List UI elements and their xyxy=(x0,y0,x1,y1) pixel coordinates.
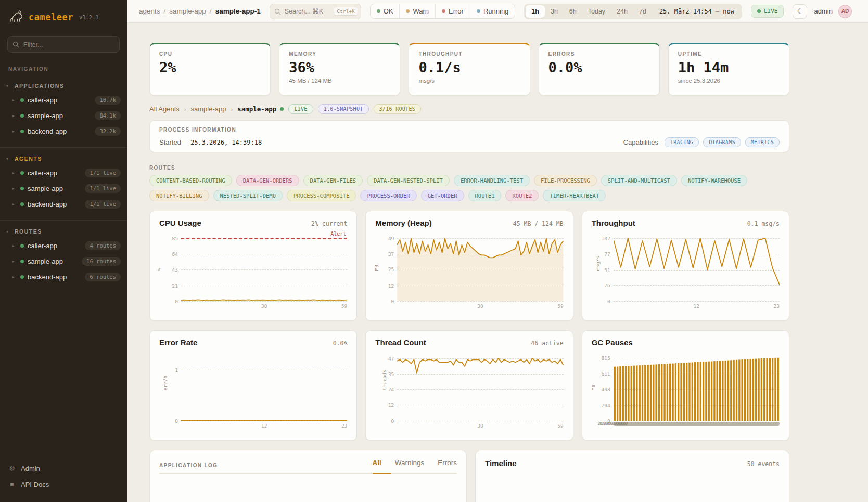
agent-breadcrumb-row: All Agents›sample-app›sample-appLIVE1.0-… xyxy=(149,104,789,114)
stat-value: 1h 14m xyxy=(678,59,780,75)
nav-section-applications: ▾APPLICATIONS▸caller-app10.7k▸sample-app… xyxy=(0,81,127,139)
sidebar: cameleer v3.2.1 NAVIGATION ▾APPLICATIONS… xyxy=(0,0,127,502)
time-range-24h[interactable]: 24h xyxy=(611,5,633,18)
agent-link-all-agents[interactable]: All Agents xyxy=(149,105,180,113)
sidebar-footer-admin[interactable]: ⚙Admin xyxy=(0,460,127,477)
nav-section-header-routes[interactable]: ▾ROUTES xyxy=(0,227,127,238)
gc-scrollbar[interactable] xyxy=(614,422,780,426)
log-tab-errors[interactable]: Errors xyxy=(438,459,457,472)
route-chip-data-gen-files[interactable]: DATA-GEN-FILES xyxy=(303,175,363,186)
timeline-title: Timeline xyxy=(485,459,517,468)
gridline xyxy=(181,301,347,302)
stat-value: 2% xyxy=(159,59,261,75)
search-icon xyxy=(274,8,281,17)
chevron-right-icon: ▸ xyxy=(12,113,17,118)
route-chip-notify-warehouse[interactable]: NOTIFY-WAREHOUSE xyxy=(681,175,747,186)
y-tick-label: 12 xyxy=(388,402,394,408)
y-axis-label: MB xyxy=(374,265,380,271)
nav-section-header-applications[interactable]: ▾APPLICATIONS xyxy=(0,81,127,92)
camel-logo-icon xyxy=(8,9,24,25)
time-range-7d[interactable]: 7d xyxy=(633,5,652,18)
log-tab-all[interactable]: All xyxy=(372,459,381,472)
breadcrumb-agents[interactable]: agents xyxy=(139,7,160,15)
status-filter-label: OK xyxy=(384,7,393,15)
route-chip-process-composite[interactable]: PROCESS-COMPOSITE xyxy=(287,190,356,201)
route-chip-notify-billing[interactable]: NOTIFY-BILLING xyxy=(149,190,209,201)
y-tick-label: 43 xyxy=(172,266,178,272)
chart-plot xyxy=(397,235,563,301)
sidebar-item-label: caller-app xyxy=(28,242,81,250)
log-tab-warnings[interactable]: Warnings xyxy=(395,459,425,472)
sidebar-item-backend-app[interactable]: ▸backend-app1/1 live xyxy=(0,196,127,212)
status-filter-warn[interactable]: Warn xyxy=(400,4,436,18)
status-filter-running[interactable]: Running xyxy=(470,4,515,18)
route-chip-data-gen-nested-split[interactable]: DATA-GEN-NESTED-SPLIT xyxy=(367,175,450,186)
route-chip-file-processing[interactable]: FILE-PROCESSING xyxy=(534,175,597,186)
topbar: agents/sample-app/sample-app-1 Ctrl+K OK… xyxy=(127,0,868,23)
avatar[interactable]: AD xyxy=(838,5,852,18)
nav-section-header-agents[interactable]: ▾AGENTS xyxy=(0,154,127,165)
gear-icon: ⚙ xyxy=(8,465,16,472)
breadcrumb: agents/sample-app/sample-app-1 xyxy=(139,7,261,15)
status-dot-icon xyxy=(20,187,24,190)
chart-title: Memory (Heap) xyxy=(375,218,431,227)
y-tick-label: 64 xyxy=(172,251,178,256)
chevron-right-icon: ▸ xyxy=(12,186,17,191)
route-chip-split-and-multicast[interactable]: SPLIT-AND-MULTICAST xyxy=(601,175,677,186)
time-range-display[interactable]: 25. März 14:54 – now xyxy=(652,8,741,15)
y-axis-ticks: 1027751260 xyxy=(599,235,614,301)
x-tick-label: 30 xyxy=(477,423,483,429)
status-filter-label: Warn xyxy=(413,7,429,15)
stat-sub: 45 MB / 124 MB xyxy=(289,78,390,84)
app-logo[interactable]: cameleer v3.2.1 xyxy=(0,0,127,32)
chart-title: Throughput xyxy=(592,218,635,227)
footer-item-label: API Docs xyxy=(21,481,49,488)
app-version: v3.2.1 xyxy=(79,14,99,20)
sidebar-item-caller-app[interactable]: ▸caller-app10.7k xyxy=(0,92,127,108)
chart-plot: Alert xyxy=(181,235,347,301)
route-chip-timer-heartbeat[interactable]: TIMER-HEARTBEAT xyxy=(543,190,606,201)
sidebar-item-backend-app[interactable]: ▸backend-app6 routes xyxy=(0,269,127,285)
route-chip-content-based-routing[interactable]: CONTENT-BASED-ROUTING xyxy=(149,175,232,186)
time-range-1h[interactable]: 1h xyxy=(526,5,545,18)
sidebar-item-label: caller-app xyxy=(28,169,81,177)
active-tab-indicator xyxy=(373,473,391,474)
breadcrumb-sample-app[interactable]: sample-app xyxy=(169,7,206,15)
time-range-6h[interactable]: 6h xyxy=(564,5,582,18)
sidebar-item-label: sample-app xyxy=(28,185,81,192)
gridline xyxy=(181,421,347,421)
status-filter-error[interactable]: Error xyxy=(436,4,470,18)
time-range-3h[interactable]: 3h xyxy=(545,5,564,18)
sidebar-footer-api-docs[interactable]: ≡API Docs xyxy=(0,477,127,493)
chart-error-rate: Error Rate0.0%err/h101223 xyxy=(149,330,357,441)
y-tick-label: 0 xyxy=(175,418,178,424)
y-tick-label: 408 xyxy=(601,387,610,392)
sidebar-item-badge: 1/1 live xyxy=(85,184,121,193)
dark-mode-toggle[interactable]: ☾ xyxy=(793,4,807,19)
sidebar-item-backend-app[interactable]: ▸backend-app32.2k xyxy=(0,123,127,139)
breadcrumb-separator: › xyxy=(231,106,233,112)
x-tick-label: 59 xyxy=(341,303,347,309)
status-filter-group: OKWarnErrorRunning xyxy=(370,4,516,19)
y-tick-label: 24 xyxy=(388,386,394,392)
sidebar-item-sample-app[interactable]: ▸sample-app84.1k xyxy=(0,108,127,123)
time-range-today[interactable]: Today xyxy=(582,5,611,18)
sidebar-filter-input[interactable] xyxy=(7,36,120,53)
stat-card-uptime: UPTIME1h 14msince 25.3.2026 xyxy=(668,43,789,96)
route-chip-data-gen-orders[interactable]: DATA-GEN-ORDERS xyxy=(236,175,299,186)
sidebar-item-sample-app[interactable]: ▸sample-app1/1 live xyxy=(0,181,127,196)
route-chip-nested-split-demo[interactable]: NESTED-SPLIT-DEMO xyxy=(213,190,283,201)
agent-link-sample-app[interactable]: sample-app xyxy=(191,105,226,113)
route-chip-process-order[interactable]: PROCESS-ORDER xyxy=(360,190,416,201)
sidebar-item-badge: 6 routes xyxy=(85,273,121,281)
live-indicator[interactable]: LIVE xyxy=(751,5,784,18)
sidebar-item-caller-app[interactable]: ▸caller-app4 routes xyxy=(0,238,127,253)
route-chip-route1[interactable]: ROUTE1 xyxy=(468,190,502,201)
route-chip-error-handling-test[interactable]: ERROR-HANDLING-TEST xyxy=(454,175,530,186)
y-axis-ticks: 10 xyxy=(167,354,181,421)
route-chip-get-order[interactable]: GET-ORDER xyxy=(421,190,464,201)
status-filter-ok[interactable]: OK xyxy=(371,4,400,18)
sidebar-item-sample-app[interactable]: ▸sample-app16 routes xyxy=(0,253,127,269)
sidebar-item-caller-app[interactable]: ▸caller-app1/1 live xyxy=(0,165,127,181)
route-chip-route2[interactable]: ROUTE2 xyxy=(505,190,539,201)
